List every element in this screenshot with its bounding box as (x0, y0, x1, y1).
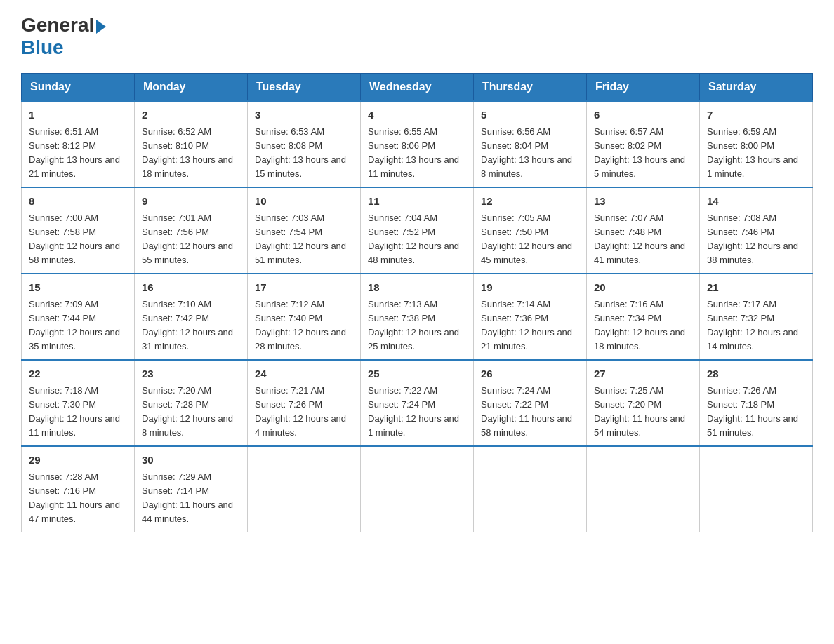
day-info: Sunrise: 7:03 AMSunset: 7:54 PMDaylight:… (255, 213, 346, 265)
day-number: 22 (29, 366, 127, 382)
day-info: Sunrise: 7:25 AMSunset: 7:20 PMDaylight:… (594, 385, 685, 438)
day-info: Sunrise: 6:53 AMSunset: 8:08 PMDaylight:… (255, 126, 346, 179)
day-number: 26 (481, 366, 579, 382)
calendar-day: 14 Sunrise: 7:08 AMSunset: 7:46 PMDaylig… (700, 187, 813, 274)
header-tuesday: Tuesday (248, 74, 361, 102)
day-info: Sunrise: 7:07 AMSunset: 7:48 PMDaylight:… (594, 213, 685, 265)
day-number: 28 (707, 366, 805, 382)
day-info: Sunrise: 6:57 AMSunset: 8:02 PMDaylight:… (594, 126, 685, 179)
calendar-day: 18 Sunrise: 7:13 AMSunset: 7:38 PMDaylig… (361, 274, 474, 360)
day-info: Sunrise: 7:00 AMSunset: 7:58 PMDaylight:… (29, 213, 120, 265)
day-number: 10 (255, 194, 353, 210)
day-number: 25 (368, 366, 466, 382)
calendar-day: 30 Sunrise: 7:29 AMSunset: 7:14 PMDaylig… (135, 446, 248, 532)
day-number: 1 (29, 107, 127, 123)
calendar-day: 6 Sunrise: 6:57 AMSunset: 8:02 PMDayligh… (587, 101, 700, 187)
calendar-day: 5 Sunrise: 6:56 AMSunset: 8:04 PMDayligh… (474, 101, 587, 187)
day-number: 15 (29, 280, 127, 296)
day-info: Sunrise: 7:20 AMSunset: 7:28 PMDaylight:… (142, 385, 233, 438)
day-number: 27 (594, 366, 692, 382)
day-info: Sunrise: 7:09 AMSunset: 7:44 PMDaylight:… (29, 299, 120, 351)
day-info: Sunrise: 6:55 AMSunset: 8:06 PMDaylight:… (368, 126, 459, 179)
calendar-day: 20 Sunrise: 7:16 AMSunset: 7:34 PMDaylig… (587, 274, 700, 360)
day-number: 11 (368, 194, 466, 210)
day-info: Sunrise: 6:52 AMSunset: 8:10 PMDaylight:… (142, 126, 233, 179)
day-info: Sunrise: 6:51 AMSunset: 8:12 PMDaylight:… (29, 126, 120, 179)
day-number: 3 (255, 107, 353, 123)
calendar-day: 25 Sunrise: 7:22 AMSunset: 7:24 PMDaylig… (361, 360, 474, 446)
day-number: 24 (255, 366, 353, 382)
day-number: 2 (142, 107, 240, 123)
header-saturday: Saturday (700, 74, 813, 102)
day-number: 4 (368, 107, 466, 123)
day-info: Sunrise: 7:05 AMSunset: 7:50 PMDaylight:… (481, 213, 572, 265)
day-info: Sunrise: 7:01 AMSunset: 7:56 PMDaylight:… (142, 213, 233, 265)
calendar-day: 27 Sunrise: 7:25 AMSunset: 7:20 PMDaylig… (587, 360, 700, 446)
day-number: 9 (142, 194, 240, 210)
day-number: 6 (594, 107, 692, 123)
calendar-day: 9 Sunrise: 7:01 AMSunset: 7:56 PMDayligh… (135, 187, 248, 274)
day-info: Sunrise: 7:24 AMSunset: 7:22 PMDaylight:… (481, 385, 572, 438)
logo-blue-text: Blue (21, 36, 64, 59)
day-info: Sunrise: 6:59 AMSunset: 8:00 PMDaylight:… (707, 126, 798, 179)
calendar-day: 1 Sunrise: 6:51 AMSunset: 8:12 PMDayligh… (22, 101, 135, 187)
header-monday: Monday (135, 74, 248, 102)
header-friday: Friday (587, 74, 700, 102)
page-header: General Blue (21, 14, 813, 59)
calendar-day: 11 Sunrise: 7:04 AMSunset: 7:52 PMDaylig… (361, 187, 474, 274)
header-wednesday: Wednesday (361, 74, 474, 102)
day-number: 7 (707, 107, 805, 123)
day-number: 19 (481, 280, 579, 296)
calendar-table: Sunday Monday Tuesday Wednesday Thursday… (21, 73, 813, 532)
calendar-day: 12 Sunrise: 7:05 AMSunset: 7:50 PMDaylig… (474, 187, 587, 274)
calendar-day (248, 446, 361, 532)
day-number: 17 (255, 280, 353, 296)
day-info: Sunrise: 7:16 AMSunset: 7:34 PMDaylight:… (594, 299, 685, 351)
day-info: Sunrise: 7:08 AMSunset: 7:46 PMDaylight:… (707, 213, 798, 265)
day-number: 29 (29, 452, 127, 469)
calendar-day: 24 Sunrise: 7:21 AMSunset: 7:26 PMDaylig… (248, 360, 361, 446)
calendar-week-3: 15 Sunrise: 7:09 AMSunset: 7:44 PMDaylig… (22, 274, 813, 360)
calendar-day: 10 Sunrise: 7:03 AMSunset: 7:54 PMDaylig… (248, 187, 361, 274)
calendar-day: 19 Sunrise: 7:14 AMSunset: 7:36 PMDaylig… (474, 274, 587, 360)
calendar-week-5: 29 Sunrise: 7:28 AMSunset: 7:16 PMDaylig… (22, 446, 813, 532)
calendar-week-4: 22 Sunrise: 7:18 AMSunset: 7:30 PMDaylig… (22, 360, 813, 446)
logo-general-text: General (21, 14, 94, 36)
day-info: Sunrise: 7:13 AMSunset: 7:38 PMDaylight:… (368, 299, 459, 351)
calendar-header-row: Sunday Monday Tuesday Wednesday Thursday… (22, 74, 813, 102)
day-info: Sunrise: 7:29 AMSunset: 7:14 PMDaylight:… (142, 471, 233, 524)
day-info: Sunrise: 7:22 AMSunset: 7:24 PMDaylight:… (368, 385, 459, 438)
day-number: 21 (707, 280, 805, 296)
day-info: Sunrise: 7:04 AMSunset: 7:52 PMDaylight:… (368, 213, 459, 265)
day-info: Sunrise: 7:18 AMSunset: 7:30 PMDaylight:… (29, 385, 120, 438)
calendar-day (361, 446, 474, 532)
day-number: 14 (707, 194, 805, 210)
calendar-day: 3 Sunrise: 6:53 AMSunset: 8:08 PMDayligh… (248, 101, 361, 187)
day-info: Sunrise: 6:56 AMSunset: 8:04 PMDaylight:… (481, 126, 572, 179)
day-number: 30 (142, 452, 240, 469)
calendar-day: 29 Sunrise: 7:28 AMSunset: 7:16 PMDaylig… (22, 446, 135, 532)
day-number: 8 (29, 194, 127, 210)
day-info: Sunrise: 7:21 AMSunset: 7:26 PMDaylight:… (255, 385, 346, 438)
calendar-day: 4 Sunrise: 6:55 AMSunset: 8:06 PMDayligh… (361, 101, 474, 187)
header-sunday: Sunday (22, 74, 135, 102)
calendar-day (474, 446, 587, 532)
calendar-week-2: 8 Sunrise: 7:00 AMSunset: 7:58 PMDayligh… (22, 187, 813, 274)
day-number: 13 (594, 194, 692, 210)
day-info: Sunrise: 7:10 AMSunset: 7:42 PMDaylight:… (142, 299, 233, 351)
day-number: 5 (481, 107, 579, 123)
calendar-day: 23 Sunrise: 7:20 AMSunset: 7:28 PMDaylig… (135, 360, 248, 446)
logo-arrow-icon (96, 20, 106, 34)
calendar-day: 8 Sunrise: 7:00 AMSunset: 7:58 PMDayligh… (22, 187, 135, 274)
calendar-day: 7 Sunrise: 6:59 AMSunset: 8:00 PMDayligh… (700, 101, 813, 187)
day-number: 23 (142, 366, 240, 382)
day-info: Sunrise: 7:14 AMSunset: 7:36 PMDaylight:… (481, 299, 572, 351)
calendar-day: 21 Sunrise: 7:17 AMSunset: 7:32 PMDaylig… (700, 274, 813, 360)
calendar-day: 15 Sunrise: 7:09 AMSunset: 7:44 PMDaylig… (22, 274, 135, 360)
calendar-day: 22 Sunrise: 7:18 AMSunset: 7:30 PMDaylig… (22, 360, 135, 446)
calendar-day: 17 Sunrise: 7:12 AMSunset: 7:40 PMDaylig… (248, 274, 361, 360)
header-thursday: Thursday (474, 74, 587, 102)
day-number: 12 (481, 194, 579, 210)
day-info: Sunrise: 7:12 AMSunset: 7:40 PMDaylight:… (255, 299, 346, 351)
calendar-day: 2 Sunrise: 6:52 AMSunset: 8:10 PMDayligh… (135, 101, 248, 187)
